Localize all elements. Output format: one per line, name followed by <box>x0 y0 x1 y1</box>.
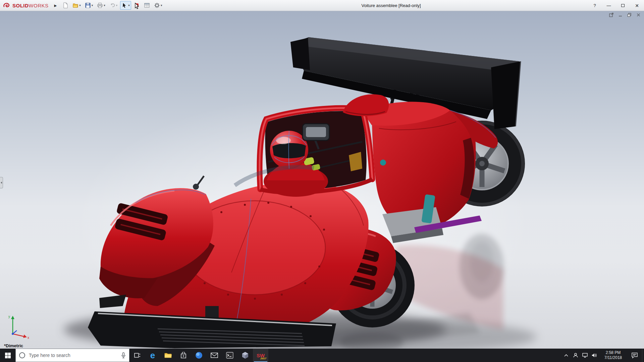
taskbar-search[interactable] <box>15 349 129 362</box>
undo-icon <box>109 2 115 8</box>
save-floppy-icon <box>85 2 91 8</box>
solidworks-app-icon: SW 2017 <box>256 350 266 360</box>
start-button[interactable] <box>0 349 15 362</box>
network-icon <box>582 353 588 358</box>
notification-icon <box>632 353 638 358</box>
chevron-left-icon <box>1 182 2 184</box>
envelope-icon <box>211 353 218 358</box>
side-mirror[interactable] <box>193 176 204 190</box>
view-orientation-label: *Dimetric <box>4 343 23 348</box>
save-dropdown-caret[interactable]: ▾ <box>92 4 93 7</box>
taskbar-clock[interactable]: 2:58 PM 7/11/2018 <box>599 349 627 362</box>
close-button[interactable]: ✕ <box>630 0 644 11</box>
cortana-icon[interactable] <box>19 352 25 358</box>
design-table-button[interactable] <box>143 1 151 10</box>
appearance-cylinder-icon <box>134 2 140 8</box>
titlebar: SOLIDWORKS ▶ ▾ <box>0 0 644 11</box>
edge-button[interactable]: e <box>145 349 160 362</box>
clock-date: 7/11/2018 <box>604 355 622 360</box>
triad-y-axis: y <box>8 315 14 334</box>
design-table-icon <box>144 2 150 8</box>
appearance-button[interactable] <box>132 1 141 10</box>
show-desktop-button[interactable] <box>642 349 644 362</box>
print-icon <box>97 2 103 8</box>
select-arrow-icon <box>121 2 127 8</box>
save-button[interactable]: ▾ <box>84 1 95 10</box>
search-input[interactable] <box>28 352 118 358</box>
ds-logo-icon <box>3 2 11 9</box>
feature-manager-splitter-tab[interactable] <box>0 177 3 188</box>
console-icon <box>226 352 233 359</box>
cube-app-icon <box>241 352 249 359</box>
mail-button[interactable] <box>207 349 222 362</box>
shopping-bag-icon <box>180 352 186 359</box>
browser-button[interactable] <box>191 349 207 362</box>
sw-year-label: 2017 <box>260 357 266 360</box>
doc-minimize-button[interactable] <box>618 13 623 17</box>
clock-time: 2:58 PM <box>606 350 621 355</box>
window-controls: ? — ✕ <box>588 0 644 11</box>
maximize-button[interactable] <box>616 0 630 11</box>
store-button[interactable] <box>176 349 191 362</box>
hidden-icons-button[interactable] <box>561 349 571 362</box>
print-dropdown-caret[interactable]: ▾ <box>104 4 105 7</box>
solidworks-taskbar-button[interactable]: SW 2017 <box>253 349 268 362</box>
new-document-icon <box>62 2 68 8</box>
solidworks-logo: SOLIDWORKS <box>0 2 52 9</box>
options-dropdown-caret[interactable]: ▾ <box>161 4 162 7</box>
brand-text: SOLIDWORKS <box>12 3 49 8</box>
help-button[interactable]: ? <box>588 0 602 11</box>
gear-icon <box>154 2 160 8</box>
windows-taskbar: e <box>0 349 644 362</box>
command-prompt-button[interactable] <box>222 349 237 362</box>
open-folder-icon <box>72 2 78 8</box>
open-dropdown-caret[interactable]: ▾ <box>79 4 81 7</box>
airbox[interactable] <box>343 94 389 116</box>
windows-logo-icon <box>5 353 11 358</box>
volume-button[interactable] <box>590 349 599 362</box>
toolbar-flyout-arrow-icon[interactable]: ▶ <box>52 2 59 9</box>
orientation-triad: y x <box>7 313 32 339</box>
action-center-button[interactable] <box>627 349 642 362</box>
select-dropdown-caret[interactable]: ▾ <box>128 4 130 7</box>
speaker-icon <box>592 353 597 358</box>
doc-close-button[interactable] <box>636 13 641 17</box>
document-title: Voiture assemblee [Read-only] <box>361 3 421 8</box>
print-button[interactable]: ▾ <box>96 1 107 10</box>
graphics-area[interactable]: y x *Dimetric <box>0 11 644 349</box>
solidworks-window: SOLIDWORKS ▶ ▾ <box>0 0 644 362</box>
edge-icon: e <box>150 351 155 360</box>
svg-text:x: x <box>28 336 29 339</box>
maximize-icon <box>621 4 625 7</box>
system-tray: 2:58 PM 7/11/2018 <box>561 349 644 362</box>
doc-popout-button[interactable] <box>609 13 613 17</box>
people-button[interactable] <box>571 349 580 362</box>
folder-icon <box>164 352 172 358</box>
cad-viewer-button[interactable] <box>237 349 253 362</box>
options-button[interactable]: ▾ <box>153 1 164 10</box>
svg-text:y: y <box>8 315 10 318</box>
brand-works: WORKS <box>29 3 48 8</box>
undo-dropdown-caret[interactable]: ▾ <box>116 4 118 7</box>
task-view-icon <box>134 352 141 359</box>
select-tool-button[interactable]: ▾ <box>120 1 131 10</box>
new-document-button[interactable] <box>61 1 70 10</box>
blue-globe-icon <box>195 352 203 359</box>
triad-x-axis: x <box>13 334 29 339</box>
file-explorer-button[interactable] <box>160 349 176 362</box>
minimize-button[interactable]: — <box>602 0 616 11</box>
microphone-icon[interactable] <box>121 352 126 358</box>
chevron-up-icon <box>564 354 568 357</box>
race-car-model[interactable] <box>0 11 644 349</box>
document-window-controls <box>609 13 641 17</box>
standard-toolbar: ▾ ▾ ▾ <box>61 1 163 10</box>
network-button[interactable] <box>580 349 590 362</box>
person-icon <box>573 353 578 358</box>
undo-button[interactable]: ▾ <box>108 1 119 10</box>
task-view-button[interactable] <box>129 349 145 362</box>
brand-solid: SOLID <box>12 3 29 8</box>
doc-restore-button[interactable] <box>627 13 632 17</box>
open-button[interactable]: ▾ <box>71 1 82 10</box>
